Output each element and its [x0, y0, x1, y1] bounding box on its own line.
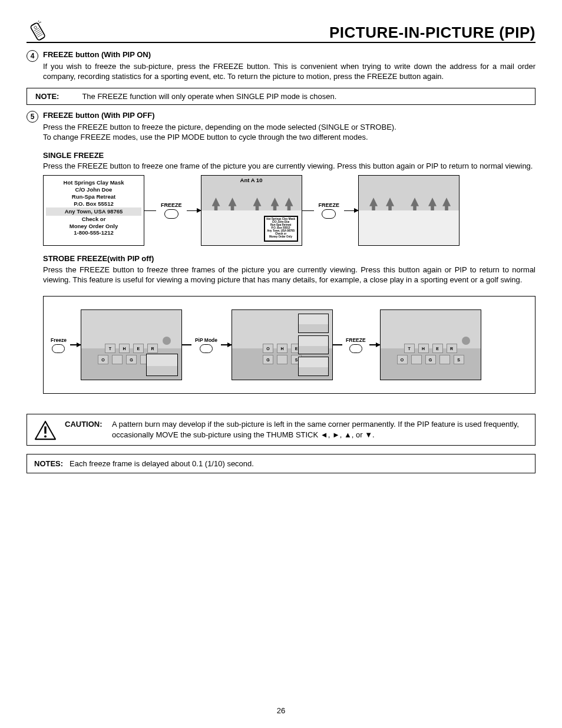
single-freeze-title: SINGLE FREEZE [43, 151, 535, 161]
tv-frame-mail: Hot Springs Clay Mask C/O John Doe Run-S… [43, 175, 144, 246]
letter-blocks: THER [81, 344, 181, 353]
mail-l4: P.O. Box 55512 [74, 200, 113, 207]
svg-rect-8 [44, 426, 46, 433]
header-row: PICTURE-IN-PICTURE (PIP) [27, 21, 535, 43]
strobe-freeze-block: STROBE FREEZE(with PIP off) Press the FR… [43, 254, 535, 285]
mail-l2: C/O John Doe [75, 186, 113, 193]
strobe-body: Press the FREEZE button to freeze three … [43, 265, 535, 285]
step-5: 5 FREEZE button (With PIP OFF) [27, 111, 535, 123]
tv-frame-scene [358, 175, 459, 246]
mail-l3: Run-Spa Retreat [72, 193, 115, 200]
svg-point-9 [44, 435, 47, 437]
single-freeze-diagram: Hot Springs Clay Mask C/O John Doe Run-S… [43, 175, 535, 246]
strobe-diagram: Freeze THER OGS PiP Mode [51, 309, 528, 380]
notes-body: Each freeze frame is delayed about 0.1 (… [70, 459, 254, 468]
pipmode-label: PiP Mode [195, 337, 217, 343]
strobe-diagram-box: Freeze THER OGS PiP Mode [43, 296, 535, 394]
freeze-button-d2-2: FREEZE [346, 337, 366, 353]
notes-box: NOTES: Each freeze frame is delayed abou… [27, 454, 535, 473]
note-body: The FREEZE function will only operate wh… [82, 92, 336, 101]
freeze-label: FREEZE [319, 202, 340, 208]
step-number-icon: 5 [27, 111, 38, 123]
manual-page: PICTURE-IN-PICTURE (PIP) 4 FREEZE button… [0, 0, 562, 728]
step-4-title: FREEZE button (With PIP ON) [43, 50, 151, 59]
step-5-title: FREEZE button (With PIP OFF) [43, 111, 155, 120]
freeze-label: FREEZE [346, 337, 366, 343]
caution-body: CAUTION: A pattern burn may develop if t… [65, 419, 528, 440]
step-4-body: If you wish to freeze the sub-picture, p… [43, 62, 535, 82]
caution-label: CAUTION: [65, 419, 112, 440]
warning-icon [34, 420, 57, 440]
arrow-group-1: FREEZE [144, 202, 201, 219]
tv-frame-scene-pip: Ant A 10 Hot Springs Clay Mask C/O John … [201, 175, 302, 246]
freeze-label: Freeze [51, 337, 67, 343]
pip-sub-mail: Hot Springs Clay Mask C/O John Doe Run-S… [264, 216, 298, 242]
strobe-title: STROBE FREEZE(with PIP off) [43, 254, 535, 264]
caution-body-text: A pattern burn may develop if the sub-pi… [112, 419, 528, 440]
ant-label: Ant A 10 [240, 177, 263, 183]
tv-strobe-3: THER OGS [380, 309, 481, 380]
note-label: NOTE: [35, 92, 80, 101]
arrow-group-2: FREEZE [302, 202, 359, 219]
freeze-button-1: FREEZE [161, 202, 182, 219]
step-5-line2: To change FREEZE modes, use the PIP MODE… [43, 133, 535, 143]
scene2: THER OGS [381, 310, 481, 380]
freeze-button-icon [164, 209, 178, 219]
mail-l1: Hot Springs Clay Mask [64, 179, 124, 186]
tv-strobe-2: OHE GS [232, 309, 333, 380]
freeze-button-icon [52, 344, 65, 353]
pip-strobe-stack [298, 314, 329, 376]
tv-strobe-1: THER OGS [81, 309, 182, 380]
mail-l6: Check or [82, 216, 106, 222]
mail-l7: Money Order Only [70, 223, 118, 229]
page-title: PICTURE-IN-PICTURE (PIP) [329, 24, 535, 42]
freeze-label: FREEZE [161, 202, 182, 208]
freeze-button-2: FREEZE [319, 202, 340, 219]
mail-l5: Any Town, USA 98765 [46, 207, 141, 216]
pip-strobe-single [146, 354, 178, 376]
scene-image [359, 176, 459, 245]
note-box: NOTE: The FREEZE function will only oper… [27, 88, 535, 105]
svg-rect-0 [30, 22, 45, 41]
caution-box: CAUTION: A pattern burn may develop if t… [27, 414, 535, 446]
mail-l8: 1-800-555-1212 [74, 229, 114, 236]
letter-blocks: THER [381, 344, 481, 353]
freeze-button-icon [349, 344, 362, 353]
single-freeze-body: Press the FREEZE button to freeze one fr… [43, 162, 535, 172]
step-5-text: FREEZE button (With PIP OFF) [43, 111, 155, 121]
freeze-button-icon [322, 209, 336, 219]
page-number: 26 [0, 706, 562, 715]
step-4-text: FREEZE button (With PIP ON) [43, 50, 151, 60]
pipmode-button: PiP Mode [195, 337, 217, 353]
caution-text-wrap: CAUTION: A pattern burn may develop if t… [65, 419, 528, 440]
notes-label: NOTES: [34, 459, 63, 468]
pipmode-button-icon [200, 344, 213, 353]
step-4: 4 FREEZE button (With PIP ON) [27, 50, 535, 62]
freeze-button-d2-1: Freeze [51, 337, 67, 353]
step-number-icon: 4 [27, 50, 38, 62]
step-5-line1: Press the FREEZE button to freeze the pi… [43, 123, 535, 133]
mail-text: Hot Springs Clay Mask C/O John Doe Run-S… [44, 176, 144, 236]
remote-icon [27, 21, 50, 42]
single-freeze-block: SINGLE FREEZE Press the FREEZE button to… [43, 151, 535, 172]
